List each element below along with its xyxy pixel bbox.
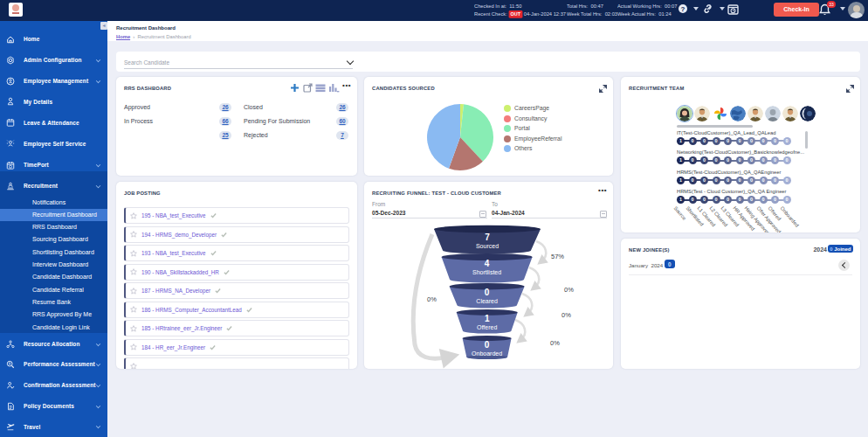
svg-text:Shortlisted: Shortlisted <box>472 269 501 275</box>
svg-text:0: 0 <box>485 340 490 350</box>
svg-text:1: 1 <box>485 314 490 323</box>
svg-text:Cleared: Cleared <box>476 298 498 304</box>
svg-text:7: 7 <box>485 232 490 242</box>
svg-text:?: ? <box>681 5 685 13</box>
svg-text:Onboarded: Onboarded <box>472 350 502 357</box>
svg-text:0: 0 <box>485 288 490 297</box>
svg-text:Offered: Offered <box>477 324 497 330</box>
svg-text:4: 4 <box>485 259 490 268</box>
svg-text:Sourced: Sourced <box>476 243 499 249</box>
